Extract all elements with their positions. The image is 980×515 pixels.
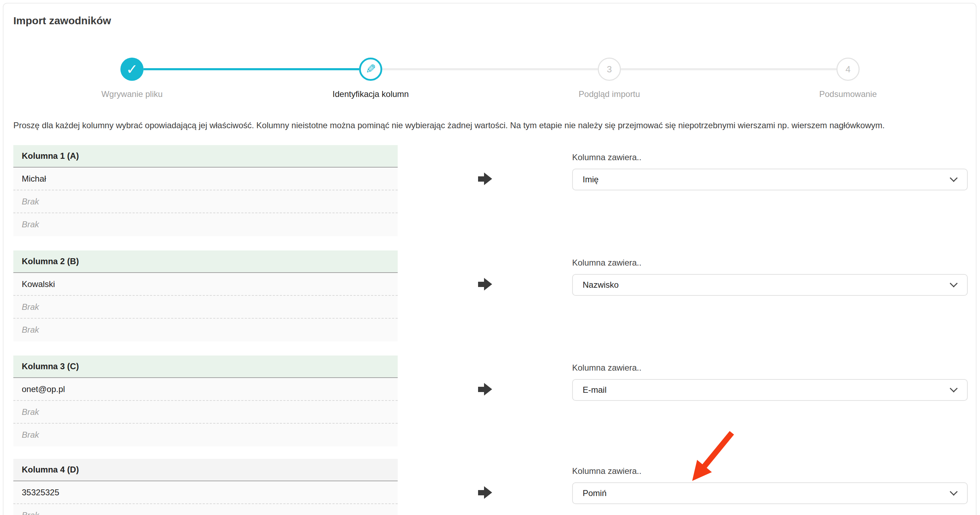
table-row-empty: Brak — [13, 190, 398, 213]
column-3-sample-table: Kolumna 3 (C) onet@op.pl Brak Brak — [13, 356, 398, 446]
step-summary-number: 4 — [846, 64, 851, 75]
chevron-down-icon — [950, 174, 958, 182]
step-preview-number: 3 — [607, 64, 612, 75]
table-row-empty: Brak — [13, 401, 398, 424]
arrow-right-icon — [478, 486, 492, 499]
chevron-down-icon — [950, 488, 958, 496]
check-icon: ✓ — [126, 62, 138, 76]
red-arrow-annotation — [667, 426, 755, 487]
step-upload[interactable]: ✓ Wgrywanie pliku — [13, 57, 251, 99]
step-summary-label: Podsumowanie — [819, 89, 877, 99]
step-preview-circle[interactable]: 3 — [598, 57, 621, 81]
step-summary[interactable]: 4 Podsumowanie — [729, 57, 967, 99]
page-title: Import zawodników — [13, 15, 111, 27]
table-row: onet@op.pl — [13, 378, 398, 401]
instructions-text: Proszę dla każdej kolumny wybrać opowiad… — [13, 120, 963, 131]
table-row: 35325325 — [13, 481, 398, 504]
selected-value: E-mail — [583, 385, 606, 395]
column-3-header: Kolumna 3 (C) — [13, 356, 398, 378]
selected-value: Pomiń — [583, 488, 606, 498]
table-row-empty: Brak — [13, 504, 398, 515]
column-2-header: Kolumna 2 (B) — [13, 250, 398, 273]
column-mapping-row-1: Kolumna 1 (A) Michał Brak Brak Kolumna z… — [13, 145, 968, 236]
select-label: Kolumna zawiera.. — [572, 258, 968, 267]
stepper-connector — [621, 68, 837, 70]
step-summary-circle[interactable]: 4 — [837, 57, 860, 81]
column-mapping-row-2: Kolumna 2 (B) Kowalski Brak Brak Kolumna… — [13, 250, 968, 341]
select-label: Kolumna zawiera.. — [572, 153, 968, 162]
step-upload-label: Wgrywanie pliku — [102, 89, 163, 99]
table-row-empty: Brak — [13, 319, 398, 341]
table-row: Kowalski — [13, 273, 398, 296]
table-row-empty: Brak — [13, 296, 398, 319]
column-4-sample-table: Kolumna 4 (D) 35325325 Brak — [13, 459, 398, 515]
pencil-icon: ✎ — [365, 63, 376, 75]
import-stepper: ✓ Wgrywanie pliku ✎ Identyfikacja kolumn… — [13, 57, 967, 99]
step-preview[interactable]: 3 Podgląd importu — [490, 57, 729, 99]
column-2-sample-table: Kolumna 2 (B) Kowalski Brak Brak — [13, 250, 398, 341]
mapping-arrow-zone — [398, 459, 572, 515]
column-1-mapping-select[interactable]: Imię — [572, 169, 968, 190]
column-4-mapping-select[interactable]: Pomiń — [572, 482, 968, 504]
column-2-mapping: Kolumna zawiera.. Nazwisko — [572, 250, 968, 341]
arrow-right-icon — [478, 383, 492, 395]
stepper-connector — [382, 68, 598, 70]
column-3-mapping-select[interactable]: E-mail — [572, 379, 968, 401]
chevron-down-icon — [950, 384, 958, 392]
column-4-mapping: Kolumna zawiera.. Pomiń — [572, 459, 968, 515]
column-mapping-row-4: Kolumna 4 (D) 35325325 Brak Kolumna zawi… — [13, 459, 968, 515]
column-mapping-row-3: Kolumna 3 (C) onet@op.pl Brak Brak Kolum… — [13, 356, 968, 446]
column-3-mapping: Kolumna zawiera.. E-mail — [572, 356, 968, 446]
step-preview-label: Podgląd importu — [579, 89, 640, 99]
step-upload-circle[interactable]: ✓ — [120, 57, 143, 81]
select-label: Kolumna zawiera.. — [572, 364, 968, 372]
step-identify-columns-circle[interactable]: ✎ — [359, 57, 382, 81]
column-1-sample-table: Kolumna 1 (A) Michał Brak Brak — [13, 145, 398, 236]
table-row: Michał — [13, 167, 398, 190]
mapping-arrow-zone — [398, 356, 572, 446]
select-label: Kolumna zawiera.. — [572, 467, 968, 475]
selected-value: Imię — [583, 175, 598, 185]
mapping-arrow-zone — [398, 145, 572, 236]
mapping-arrow-zone — [398, 250, 572, 341]
column-1-header: Kolumna 1 (A) — [13, 145, 398, 167]
step-identify-columns[interactable]: ✎ Identyfikacja kolumn — [251, 57, 490, 99]
table-row-empty: Brak — [13, 424, 398, 446]
step-identify-columns-label: Identyfikacja kolumn — [332, 89, 409, 99]
selected-value: Nazwisko — [583, 280, 619, 290]
arrow-right-icon — [478, 172, 492, 185]
stepper-connector — [143, 68, 359, 70]
arrow-right-icon — [478, 278, 492, 290]
column-4-header: Kolumna 4 (D) — [13, 459, 398, 481]
table-row-empty: Brak — [13, 213, 398, 236]
column-2-mapping-select[interactable]: Nazwisko — [572, 274, 968, 296]
column-1-mapping: Kolumna zawiera.. Imię — [572, 145, 968, 236]
chevron-down-icon — [950, 279, 958, 287]
